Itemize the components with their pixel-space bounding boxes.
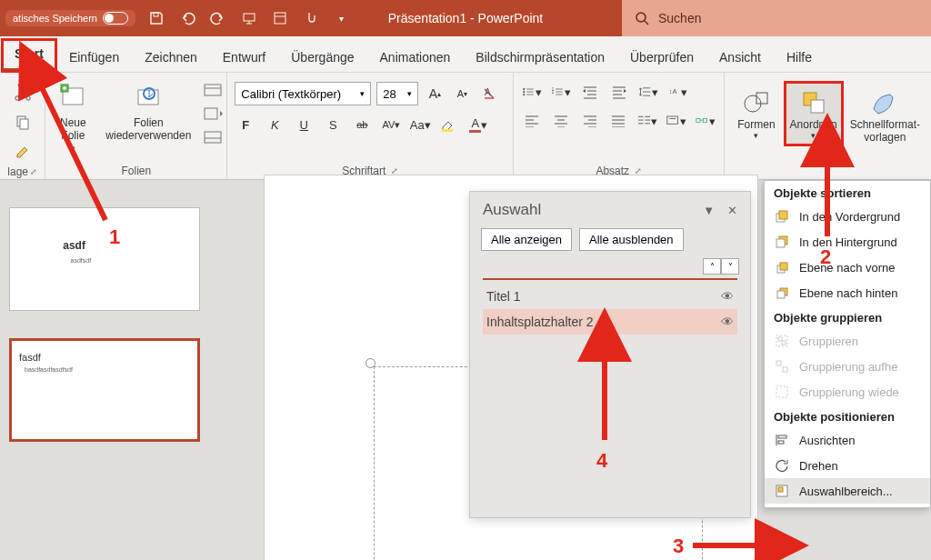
thumbnail-slide-2[interactable]: fasdf basdfasdfasdfsdf	[9, 338, 200, 442]
svg-rect-42	[783, 367, 787, 372]
menu-auswahlbereich[interactable]: Auswahlbereich...	[765, 478, 930, 504]
menu-label: Ebene nach vorne	[799, 261, 896, 275]
align-left-icon[interactable]	[521, 111, 543, 131]
folien-group-label: Folien	[53, 163, 219, 177]
align-justify-icon[interactable]	[607, 111, 629, 131]
menu-vordergrund[interactable]: In den Vordergrund	[765, 204, 930, 229]
shadow-button[interactable]: S	[322, 115, 344, 135]
svg-point-4	[15, 96, 18, 100]
strikethrough-button[interactable]: ab	[351, 115, 373, 135]
anordnen-label: Anordnen	[790, 118, 837, 131]
columns-icon[interactable]: ▾	[636, 111, 658, 131]
align-right-icon[interactable]	[579, 111, 601, 131]
menu-header-gruppieren: Objekte gruppieren	[765, 305, 930, 328]
reset-icon[interactable]	[204, 107, 224, 125]
search-box[interactable]: Suchen	[622, 0, 931, 36]
dialog-launcher-icon[interactable]: ⤢	[30, 167, 37, 176]
formen-button[interactable]: Formen ▾	[732, 82, 780, 144]
visibility-eye-icon[interactable]: 👁	[721, 289, 734, 304]
menu-drehen[interactable]: Drehen	[765, 453, 930, 478]
layout-icon[interactable]	[270, 8, 290, 28]
text-direction-icon[interactable]: ↕A▾	[666, 82, 688, 102]
menu-gruppierung-wieder: Gruppierung wiede	[765, 379, 930, 405]
clear-format-icon[interactable]: A	[478, 84, 500, 104]
pane-close-icon[interactable]: ✕	[727, 204, 737, 217]
tab-einfuegen[interactable]: Einfügen	[56, 43, 132, 72]
selection-item-titel1[interactable]: Titel 1 👁	[483, 284, 737, 309]
layout-icon[interactable]	[204, 84, 224, 102]
font-name-dropdown[interactable]: Calibri (Textkörper) ▾	[235, 82, 371, 105]
section-icon[interactable]	[204, 131, 224, 149]
undo-icon[interactable]	[177, 8, 197, 28]
qat-more-icon[interactable]: ▾	[332, 8, 352, 28]
menu-label: Drehen	[799, 459, 838, 473]
indent-left-icon[interactable]	[579, 82, 601, 102]
move-up-icon[interactable]: ˄	[703, 258, 721, 275]
folien-wiederverwenden-button[interactable]: Folien wiederverwenden	[102, 80, 195, 144]
highlight-button[interactable]	[438, 115, 460, 135]
bullets-icon[interactable]: ▾	[521, 82, 543, 102]
menu-hintergrund[interactable]: In den Hintergrund	[765, 229, 930, 255]
cut-icon[interactable]	[13, 82, 33, 105]
paste-brush-icon[interactable]	[14, 142, 32, 164]
save-icon[interactable]	[146, 8, 166, 28]
font-color-button[interactable]: A▾	[467, 115, 489, 135]
italic-button[interactable]: K	[264, 115, 285, 135]
smartart-icon[interactable]: ▾	[695, 111, 716, 131]
decrease-font-icon[interactable]: A▾	[451, 84, 473, 104]
tab-animationen[interactable]: Animationen	[367, 43, 464, 72]
copy-icon[interactable]	[14, 113, 32, 135]
increase-font-icon[interactable]: A▴	[424, 84, 445, 104]
change-case-button[interactable]: Aa▾	[409, 115, 431, 135]
tab-ansicht[interactable]: Ansicht	[706, 43, 774, 72]
slide-thumbnails: asdf asdfsdf fasdf basdfasdfasdfsdf	[0, 180, 209, 560]
menu-label: Gruppieren	[799, 335, 858, 348]
tab-uebergaenge[interactable]: Übergänge	[278, 43, 366, 72]
neue-folie-button[interactable]: Neue Folie ▾	[53, 80, 93, 155]
line-spacing-icon[interactable]: ▾	[637, 82, 659, 102]
touch-icon[interactable]	[301, 8, 321, 28]
thumb1-sub: asdfsdf	[71, 257, 92, 264]
move-down-icon[interactable]: ˅	[721, 258, 739, 275]
show-all-button[interactable]: Alle anzeigen	[481, 228, 572, 251]
hide-all-button[interactable]: Alle ausblenden	[579, 228, 684, 251]
align-icon	[774, 432, 790, 448]
tab-bildschirmpraesentation[interactable]: Bildschirmpräsentation	[463, 43, 617, 72]
menu-label: In den Hintergrund	[799, 235, 897, 249]
svg-rect-1	[244, 14, 255, 21]
svg-point-19	[523, 94, 525, 95]
bold-button[interactable]: F	[235, 115, 256, 135]
redo-icon[interactable]	[208, 8, 228, 28]
menu-ebene-vorne[interactable]: Ebene nach vorne	[765, 255, 930, 280]
autosave-toggle[interactable]: atisches Speichern	[5, 10, 135, 26]
presentation-icon[interactable]	[239, 8, 259, 28]
search-placeholder: Suchen	[658, 11, 701, 25]
tab-entwurf[interactable]: Entwurf	[210, 43, 278, 72]
schnellformatvorlagen-button[interactable]: Schnellformat-vorlagen	[846, 82, 924, 147]
tab-start[interactable]: Start	[2, 39, 56, 72]
group-schriftart: Calibri (Textkörper) ▾ 28 ▾ A▴ A▾ A F K …	[227, 73, 514, 179]
toggle-switch-icon[interactable]	[103, 12, 128, 25]
align-text-icon[interactable]: ▾	[666, 111, 687, 131]
tab-hilfe[interactable]: Hilfe	[774, 43, 825, 72]
menu-label: Ebene nach hinten	[799, 286, 897, 300]
char-spacing-button[interactable]: AV▾	[380, 115, 402, 135]
quick-styles-icon	[868, 85, 901, 118]
anordnen-button[interactable]: Anordnen ▾	[785, 82, 843, 145]
selection-pane-icon	[774, 483, 790, 499]
menu-ebene-hinten[interactable]: Ebene nach hinten	[765, 280, 930, 305]
menu-ausrichten[interactable]: Ausrichten	[765, 427, 930, 453]
visibility-eye-icon[interactable]: 👁	[721, 315, 734, 329]
underline-button[interactable]: U	[293, 115, 315, 135]
align-center-icon[interactable]	[550, 111, 572, 131]
thumbnail-slide-1[interactable]: asdf asdfsdf	[9, 207, 200, 311]
new-slide-icon	[56, 82, 89, 115]
search-icon	[635, 11, 649, 25]
tab-zeichnen[interactable]: Zeichnen	[132, 43, 210, 72]
font-size-dropdown[interactable]: 28 ▾	[376, 82, 418, 105]
selection-item-inhaltsplatzhalter2[interactable]: Inhaltsplatzhalter 2 👁	[483, 309, 737, 335]
indent-right-icon[interactable]	[608, 82, 630, 102]
numbering-icon[interactable]: 12▾	[550, 82, 572, 102]
tab-ueberpruefen[interactable]: Überprüfen	[617, 43, 706, 72]
pane-dropdown-icon[interactable]: ▼	[703, 204, 715, 217]
